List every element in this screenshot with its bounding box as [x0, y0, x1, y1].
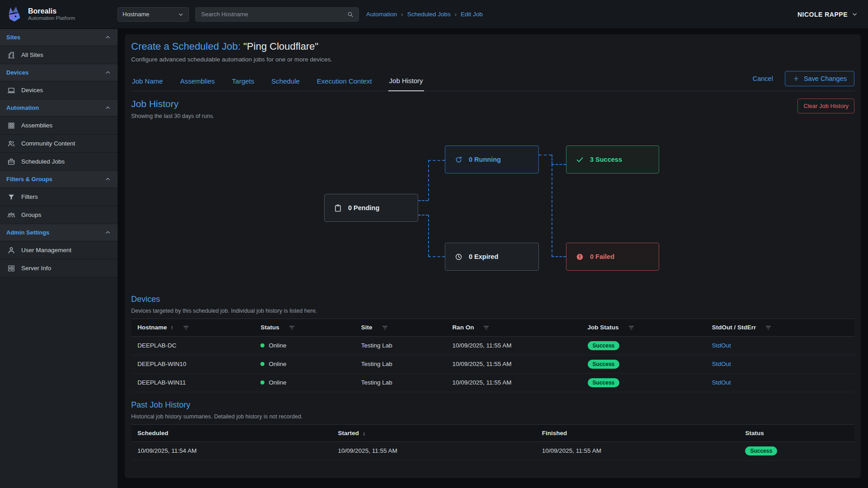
- breadcrumb-automation[interactable]: Automation: [366, 11, 397, 18]
- filter-list-icon[interactable]: [628, 324, 635, 331]
- briefcase-icon: [7, 158, 15, 166]
- search-icon[interactable]: [347, 11, 354, 18]
- breadcrumb-scheduled-jobs[interactable]: Scheduled Jobs: [407, 11, 451, 18]
- column-header-status[interactable]: Status: [741, 424, 854, 441]
- devices-heading: Devices: [131, 295, 854, 304]
- stdout-link[interactable]: StdOut: [712, 379, 731, 386]
- stdout-link[interactable]: StdOut: [712, 342, 731, 349]
- flow-node-success[interactable]: 3 Success: [566, 145, 659, 174]
- filter-list-icon[interactable]: [288, 324, 295, 331]
- flow-node-running[interactable]: 0 Running: [445, 145, 539, 174]
- sidebar-item-server-info[interactable]: Server Info: [0, 259, 118, 277]
- tab-targets[interactable]: Targets: [231, 75, 255, 91]
- sidebar-section-filters-groups[interactable]: Filters & Groups: [0, 171, 118, 188]
- filter-list-icon[interactable]: [183, 324, 189, 331]
- breadcrumb-separator: ›: [455, 11, 457, 18]
- status-badge: Success: [588, 378, 620, 387]
- sidebar-item-community-content[interactable]: Community Content: [0, 135, 118, 153]
- sidebar-section-automation[interactable]: Automation: [0, 99, 118, 117]
- tab-execution-context[interactable]: Execution Context: [316, 75, 373, 91]
- save-changes-button[interactable]: Save Changes: [785, 71, 854, 86]
- ran-on-cell: 10/09/2025, 11:55 AM: [448, 373, 584, 392]
- breadcrumb: Automation › Scheduled Jobs › Edit Job: [366, 11, 483, 18]
- tab-job-name[interactable]: Job Name: [131, 75, 164, 91]
- column-header-stdout-stderr[interactable]: StdOut / StdErr: [708, 319, 854, 337]
- stdout-cell: StdOut: [708, 373, 854, 392]
- sidebar-item-user-management[interactable]: User Management: [0, 241, 118, 259]
- brand-home[interactable]: Borealis Automation Platform: [0, 5, 118, 23]
- sidebar-section-label: Admin Settings: [6, 229, 49, 236]
- flow-node-label: 3 Success: [590, 156, 622, 163]
- hostname-select[interactable]: Hostname: [118, 7, 189, 22]
- connector-line: [552, 164, 566, 165]
- sidebar-item-filters[interactable]: Filters: [0, 188, 118, 206]
- column-header-started[interactable]: Started↓: [335, 424, 538, 441]
- sidebar-item-label: Community Content: [21, 140, 75, 147]
- sidebar-item-all-sites[interactable]: All Sites: [0, 46, 118, 64]
- sidebar-section-devices[interactable]: Devices: [0, 64, 118, 81]
- search-input[interactable]: [200, 10, 347, 18]
- sidebar-section-admin-settings[interactable]: Admin Settings: [0, 224, 118, 241]
- site-cell: Testing Lab: [358, 336, 449, 355]
- job-history-description: Showing the last 30 days of runs.: [131, 113, 214, 119]
- sidebar-item-devices[interactable]: Devices: [0, 81, 118, 99]
- column-header-scheduled[interactable]: Scheduled: [131, 424, 335, 441]
- column-header-hostname[interactable]: Hostname↑: [131, 319, 257, 337]
- sort-desc-icon: ↓: [363, 430, 366, 436]
- hostname-select-value: Hostname: [123, 11, 149, 18]
- stdout-cell: StdOut: [708, 336, 854, 355]
- tab-job-history[interactable]: Job History: [388, 74, 424, 91]
- tab-assemblies[interactable]: Assemblies: [179, 75, 216, 91]
- clear-job-history-button[interactable]: Clear Job History: [797, 99, 854, 113]
- person-icon: [7, 246, 15, 254]
- filter-list-icon[interactable]: [765, 324, 772, 331]
- brand-text: Borealis Automation Platform: [28, 7, 75, 22]
- chevron-up-icon: [104, 69, 111, 76]
- breadcrumb-edit-job[interactable]: Edit Job: [461, 11, 483, 18]
- sidebar-item-groups[interactable]: Groups: [0, 206, 118, 224]
- sidebar-item-label: Filters: [21, 193, 38, 200]
- device-row: DEEPLAB-DC Online Testing Lab 10/09/2025…: [131, 336, 854, 355]
- past-job-history-heading: Past Job History: [131, 400, 854, 410]
- filter-list-icon[interactable]: [483, 324, 490, 331]
- page-title-prefix: Create a Scheduled Job:: [131, 41, 241, 52]
- sidebar-section-sites[interactable]: Sites: [0, 29, 118, 46]
- connector-line: [428, 256, 445, 257]
- connector-line: [428, 160, 445, 161]
- past-job-history-table: Scheduled Started↓ Finished Status 10/09…: [131, 424, 854, 460]
- chevron-down-icon: [178, 11, 184, 18]
- column-header-site[interactable]: Site: [358, 319, 449, 337]
- hostname-cell: DEEPLAB-WIN10: [131, 355, 257, 373]
- stdout-link[interactable]: StdOut: [712, 361, 731, 367]
- stdout-cell: StdOut: [708, 355, 854, 373]
- connector-line: [552, 164, 552, 257]
- started-cell: 10/09/2025, 11:55 AM: [335, 441, 538, 460]
- ran-on-cell: 10/09/2025, 11:55 AM: [448, 355, 584, 373]
- filter-list-icon[interactable]: [382, 324, 388, 331]
- user-menu[interactable]: NICOLE RAPPE: [797, 11, 868, 18]
- flow-node-pending[interactable]: 0 Pending: [324, 194, 418, 222]
- chevron-up-icon: [104, 176, 111, 183]
- sidebar: Sites All Sites Devices Devices Automati…: [0, 29, 118, 488]
- breadcrumb-separator: ›: [401, 11, 403, 18]
- chevron-up-icon: [104, 229, 111, 236]
- column-header-finished[interactable]: Finished: [538, 424, 742, 441]
- column-header-job-status[interactable]: Job Status: [584, 319, 708, 337]
- column-header-status[interactable]: Status: [257, 319, 357, 337]
- connector-line: [539, 155, 552, 155]
- online-status-dot: [260, 380, 264, 385]
- online-status-dot: [260, 343, 264, 347]
- sidebar-item-scheduled-jobs[interactable]: Scheduled Jobs: [0, 153, 118, 171]
- cancel-button[interactable]: Cancel: [753, 75, 773, 82]
- user-name: NICOLE RAPPE: [797, 11, 848, 18]
- column-header-ran-on[interactable]: Ran On: [448, 319, 584, 337]
- sidebar-section-label: Automation: [6, 104, 39, 111]
- job-history-header: Job History Showing the last 30 days of …: [131, 99, 854, 119]
- flow-node-failed[interactable]: 0 Failed: [566, 243, 659, 271]
- sidebar-item-assemblies[interactable]: Assemblies: [0, 117, 118, 135]
- flow-node-expired[interactable]: 0 Expired: [445, 243, 539, 271]
- job-status-cell: Success: [584, 373, 708, 392]
- tab-schedule[interactable]: Schedule: [270, 75, 301, 91]
- connector-line: [418, 200, 428, 201]
- people-icon: [7, 140, 15, 148]
